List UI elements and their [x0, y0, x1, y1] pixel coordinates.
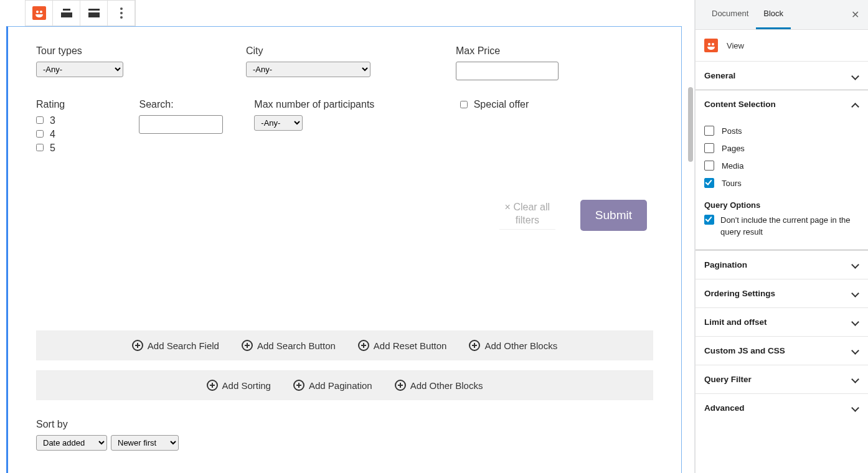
add-other-blocks-button-2[interactable]: Add Other Blocks [395, 380, 483, 391]
query-options-title: Query Options [704, 200, 859, 210]
submit-button[interactable]: Submit [580, 200, 647, 231]
panel-jscss-toggle[interactable]: Custom JS and CSS [696, 337, 868, 365]
panel-jscss: Custom JS and CSS [696, 336, 868, 365]
align-full-button[interactable] [80, 1, 108, 26]
plus-circle-icon [132, 340, 143, 351]
chevron-down-icon [852, 261, 859, 268]
checkbox[interactable] [704, 161, 714, 171]
block-icon-button[interactable] [26, 1, 53, 26]
tab-document[interactable]: Document [704, 0, 756, 29]
rating-checkbox-4[interactable] [36, 130, 44, 138]
content-type-media[interactable]: Media [704, 157, 859, 174]
panel-ordering: Ordering Settings [696, 279, 868, 307]
content-type-posts[interactable]: Posts [704, 122, 859, 139]
panel-query-filter-toggle[interactable]: Query Filter [696, 365, 868, 393]
sort-by-label: Sort by [36, 419, 653, 430]
rating-checkbox-3[interactable] [36, 116, 44, 124]
chevron-down-icon [852, 404, 859, 411]
toolset-views-icon [32, 6, 46, 20]
chevron-down-icon [852, 375, 859, 383]
sort-field-select[interactable]: Date added [36, 435, 107, 451]
city-label: City [246, 45, 443, 57]
ellipsis-vertical-icon [120, 7, 123, 19]
panel-query-filter: Query Filter [696, 365, 868, 393]
tab-block[interactable]: Block [756, 0, 791, 29]
panel-limit-toggle[interactable]: Limit and offset [696, 308, 868, 336]
content-type-pages[interactable]: Pages [704, 139, 859, 157]
toolset-views-icon [704, 39, 718, 52]
block-toolbar [25, 0, 136, 26]
chevron-down-icon [852, 72, 859, 80]
panel-advanced: Advanced [696, 393, 868, 422]
chevron-down-icon [852, 318, 859, 325]
chevron-up-icon [852, 101, 859, 108]
special-offer-option[interactable]: Special offer [460, 99, 653, 110]
views-block[interactable]: Tour types -Any- City -Any- Max Price [6, 26, 682, 473]
sidebar-tabs: Document Block ✕ [696, 0, 868, 30]
plus-circle-icon [207, 380, 218, 391]
search-label: Search: [139, 99, 242, 110]
align-full-icon [88, 9, 100, 17]
tour-types-select[interactable]: -Any- [36, 62, 123, 77]
align-wide-icon [61, 9, 72, 17]
panel-content-selection: Content Selection Posts Pages Media Tour… [696, 90, 868, 250]
rating-checkbox-5[interactable] [36, 144, 44, 151]
scrollbar[interactable] [688, 87, 693, 162]
search-input[interactable] [139, 115, 223, 134]
close-icon: ✕ [851, 9, 859, 20]
city-select[interactable]: -Any- [246, 62, 370, 77]
panel-limit: Limit and offset [696, 307, 868, 336]
plus-circle-icon [242, 340, 253, 351]
panel-pagination-toggle[interactable]: Pagination [696, 251, 868, 279]
add-search-field-button[interactable]: Add Search Field [132, 340, 219, 351]
max-price-input[interactable] [456, 62, 559, 80]
chevron-down-icon [852, 347, 859, 354]
add-search-bar: Add Search Field Add Search Button Add R… [36, 330, 653, 360]
checkbox-checked[interactable] [704, 215, 714, 225]
settings-sidebar: Document Block ✕ View General Content Se… [695, 0, 868, 473]
tour-types-label: Tour types [36, 45, 234, 57]
panel-general-toggle[interactable]: General [696, 62, 868, 90]
plus-circle-icon [469, 340, 480, 351]
sort-direction-select[interactable]: Newer first [111, 435, 179, 451]
add-other-blocks-button-1[interactable]: Add Other Blocks [469, 340, 557, 351]
close-sidebar-button[interactable]: ✕ [851, 0, 868, 29]
checkbox[interactable] [704, 143, 714, 153]
max-participants-select[interactable]: -Any- [254, 115, 303, 131]
panel-pagination: Pagination [696, 250, 868, 279]
block-title: View [727, 41, 744, 50]
align-wide-button[interactable] [53, 1, 80, 26]
exclude-current-option[interactable]: Don't include the current page in the qu… [704, 215, 859, 238]
add-pagination-button[interactable]: Add Pagination [293, 380, 372, 391]
content-type-tours[interactable]: Tours [704, 174, 859, 192]
add-search-button-button[interactable]: Add Search Button [242, 340, 336, 351]
chevron-down-icon [852, 289, 859, 297]
add-reset-button-button[interactable]: Add Reset Button [358, 340, 447, 351]
checkbox-checked[interactable] [704, 178, 714, 188]
add-sorting-button[interactable]: Add Sorting [207, 380, 271, 391]
max-participants-label: Max number of participants [254, 99, 447, 110]
more-options-button[interactable] [108, 1, 135, 26]
rating-option-4[interactable]: 4 [36, 129, 126, 140]
plus-circle-icon [395, 380, 406, 391]
panel-ordering-toggle[interactable]: Ordering Settings [696, 279, 868, 307]
special-offer-checkbox[interactable] [460, 101, 468, 108]
checkbox[interactable] [704, 126, 714, 136]
rating-label: Rating [36, 99, 126, 110]
clear-filters-link[interactable]: Clear all filters [499, 201, 555, 230]
rating-option-3[interactable]: 3 [36, 115, 126, 126]
panel-advanced-toggle[interactable]: Advanced [696, 394, 868, 422]
rating-option-5[interactable]: 5 [36, 143, 126, 154]
panel-general: General [696, 61, 868, 90]
block-header: View [696, 30, 868, 61]
add-sorting-bar: Add Sorting Add Pagination Add Other Blo… [36, 370, 653, 400]
max-price-label: Max Price [456, 45, 653, 57]
plus-circle-icon [358, 340, 369, 351]
plus-circle-icon [293, 380, 304, 391]
panel-content-selection-toggle[interactable]: Content Selection [696, 90, 868, 118]
editor-canvas: Tour types -Any- City -Any- Max Price [0, 0, 695, 473]
